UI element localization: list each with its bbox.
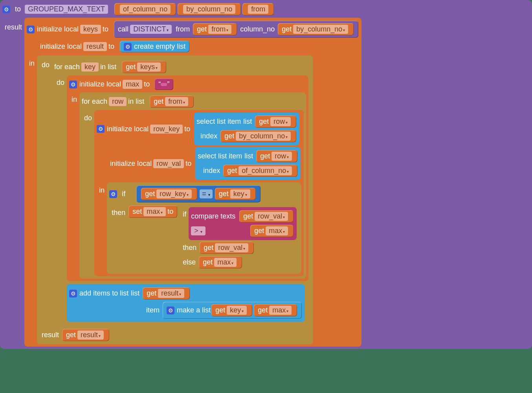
get-result-block-2[interactable]: get result▾ (62, 329, 109, 341)
for-each-key-block[interactable]: for each key in list get keys▾ (52, 58, 311, 324)
get-from-block-2[interactable]: get from▾ (150, 95, 194, 108)
compare-texts-block[interactable]: compare texts get row_val▾ (189, 207, 297, 240)
param-from[interactable]: from (242, 3, 274, 15)
procedure-name[interactable]: GROUPED_MAX_TEXT (25, 5, 108, 14)
from-label: from (176, 25, 190, 33)
gear-icon[interactable] (109, 190, 117, 198)
get-result-block[interactable]: get result▾ (143, 287, 190, 299)
then-label: then (112, 209, 125, 217)
gear-icon[interactable] (124, 43, 132, 51)
equals-op[interactable]: = ▾ (200, 189, 213, 198)
get-by-column-no-block[interactable]: get by_column_no▾ (278, 23, 354, 35)
do-result-block[interactable]: do for each key in list get keys▾ (37, 55, 313, 344)
create-empty-list-block[interactable]: create empty list (120, 41, 189, 52)
get-of-column-no-block[interactable]: get of_column_no▾ (223, 165, 297, 177)
set-max-block[interactable]: set max▾ to (128, 206, 177, 218)
in-list-label: in list (100, 63, 116, 71)
to-label: to (15, 5, 21, 13)
get-key-block-2[interactable]: get key▾ (211, 304, 252, 316)
result-label: result (42, 331, 59, 339)
in-label: in (99, 186, 105, 195)
get-max-block[interactable]: get max▾ (250, 225, 294, 237)
gear-icon[interactable] (27, 26, 35, 33)
param-of-column-no[interactable]: of_column_no (114, 3, 176, 15)
param-by-column-no[interactable]: by_column_no (178, 3, 241, 15)
gear-icon[interactable] (69, 290, 77, 298)
to-label: to (103, 25, 108, 33)
gear-icon[interactable] (69, 81, 77, 88)
get-row-val-block-2[interactable]: get row_val▾ (200, 242, 254, 254)
get-max-block-3[interactable]: get max▾ (254, 304, 297, 316)
var-row[interactable]: row (109, 97, 127, 106)
var-key[interactable]: key (81, 62, 99, 72)
distinct-proc[interactable]: DISTINCT▾ (130, 25, 172, 34)
get-keys-block[interactable]: get keys▾ (122, 61, 166, 73)
call-label: call (118, 25, 128, 33)
select-list-item-rowkey[interactable]: select list item list get row▾ (194, 112, 299, 145)
text-literal-block[interactable]: “ ” (154, 79, 173, 90)
get-max-block-2[interactable]: get max▾ (199, 256, 242, 268)
result-socket-label: result (5, 23, 22, 31)
init-rowkey-rowval-block[interactable]: initialize local row_key to (94, 110, 304, 276)
get-row-block-2[interactable]: get row▾ (256, 150, 297, 162)
call-distinct-block[interactable]: call DISTINCT▾ from get from▾ column_no … (114, 21, 358, 38)
gear-icon[interactable] (167, 307, 174, 314)
get-row-key-block[interactable]: get row_key▾ (141, 188, 197, 200)
var-by-column-no: by_column_no▾ (293, 25, 348, 34)
equals-block[interactable]: get row_key▾ = ▾ (136, 185, 260, 202)
for-each-label: for each (54, 63, 80, 71)
make-a-list-block[interactable]: make a list get key▾ get (163, 302, 302, 319)
get-key-block[interactable]: get key▾ (215, 188, 256, 200)
var-row-key[interactable]: row_key (150, 125, 183, 134)
in-label: in (72, 95, 77, 104)
gear-icon[interactable] (2, 6, 10, 13)
gt-op[interactable]: > ▾ (191, 226, 205, 235)
column-no-label: column_no (240, 25, 275, 33)
for-each-row-block[interactable]: for each row in list get from▾ (79, 92, 306, 279)
add-items-to-list-block[interactable]: add items to list list get result▾ (67, 284, 305, 322)
procedure-definition-block[interactable]: to GROUPED_MAX_TEXT of_column_no by_colu… (0, 0, 532, 349)
get-from-block[interactable]: get from▾ (193, 23, 237, 35)
to-label: to (108, 42, 114, 51)
get-row-block[interactable]: get row▾ (255, 116, 296, 128)
init-local-label: initialize local (37, 25, 79, 33)
init-local-keys-block[interactable]: initialize local keys to call DISTINCT▾ … (24, 18, 361, 347)
var-from: from▾ (208, 25, 231, 34)
if-compare-texts-block[interactable]: if compare texts (178, 205, 299, 272)
in-label: in (29, 59, 35, 68)
do-label: do (57, 79, 64, 87)
var-keys[interactable]: keys (80, 25, 101, 34)
if-rowkey-eq-key-block[interactable]: if get row_key▾ (107, 182, 301, 274)
do-label: do (42, 61, 50, 69)
gear-icon[interactable] (97, 125, 105, 133)
select-list-item-rowval[interactable]: select list item list get row▾ (195, 147, 301, 180)
var-row-val[interactable]: row_val (153, 159, 184, 168)
get-row-val-block[interactable]: get row_val▾ (239, 210, 294, 222)
init-local-max-block[interactable]: initialize local max to “ ” (67, 75, 308, 281)
init-local-label: initialize local (40, 42, 82, 51)
empty-string[interactable] (161, 83, 167, 86)
var-result[interactable]: result (83, 42, 107, 51)
procedure-header: to GROUPED_MAX_TEXT of_column_no by_colu… (2, 2, 530, 16)
do-label: do (84, 114, 92, 122)
get-by-column-no-block-2[interactable]: get by_column_no▾ (220, 130, 296, 142)
var-max[interactable]: max (123, 80, 142, 89)
